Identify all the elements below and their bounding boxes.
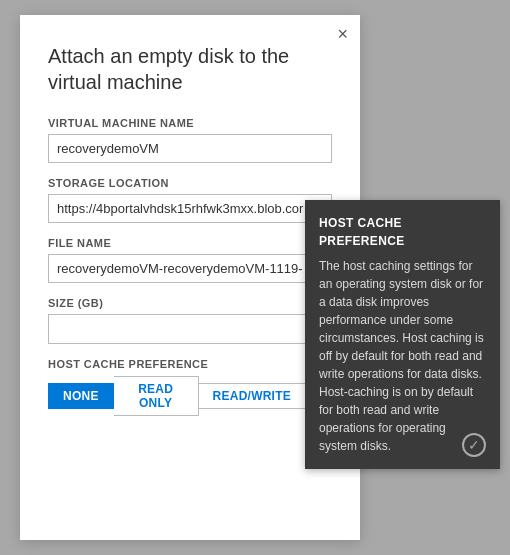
vm-name-input[interactable] bbox=[48, 134, 332, 163]
storage-location-input[interactable] bbox=[48, 194, 332, 223]
file-name-field-group: FILE NAME bbox=[48, 237, 332, 283]
size-label: SIZE (GB) bbox=[48, 297, 332, 309]
vm-name-label: VIRTUAL MACHINE NAME bbox=[48, 117, 332, 129]
tooltip-box: HOST CACHE PREFERENCE The host caching s… bbox=[305, 200, 500, 469]
cache-read-only-button[interactable]: READ ONLY bbox=[114, 376, 199, 416]
cache-none-button[interactable]: NONE bbox=[48, 383, 114, 409]
size-field-group: SIZE (GB) bbox=[48, 297, 332, 344]
host-cache-section: HOST CACHE PREFERENCE NONE READ ONLY REA… bbox=[48, 358, 332, 416]
host-cache-label: HOST CACHE PREFERENCE bbox=[48, 358, 332, 370]
storage-location-field-group: STORAGE LOCATION bbox=[48, 177, 332, 223]
modal-overlay: × Attach an empty disk to the virtual ma… bbox=[0, 0, 510, 555]
storage-location-label: STORAGE LOCATION bbox=[48, 177, 332, 189]
tooltip-check-icon: ✓ bbox=[462, 433, 486, 457]
modal-title: Attach an empty disk to the virtual mach… bbox=[48, 43, 332, 95]
close-button[interactable]: × bbox=[337, 25, 348, 43]
file-name-input[interactable] bbox=[48, 254, 332, 283]
tooltip-title: HOST CACHE PREFERENCE bbox=[319, 214, 486, 250]
host-cache-row: NONE READ ONLY READ/WRITE ? bbox=[48, 376, 332, 416]
file-name-label: FILE NAME bbox=[48, 237, 332, 249]
cache-read-write-button[interactable]: READ/WRITE bbox=[199, 383, 306, 409]
tooltip-text: The host caching settings for an operati… bbox=[319, 257, 486, 455]
vm-name-field-group: VIRTUAL MACHINE NAME bbox=[48, 117, 332, 163]
size-input[interactable] bbox=[48, 314, 332, 344]
